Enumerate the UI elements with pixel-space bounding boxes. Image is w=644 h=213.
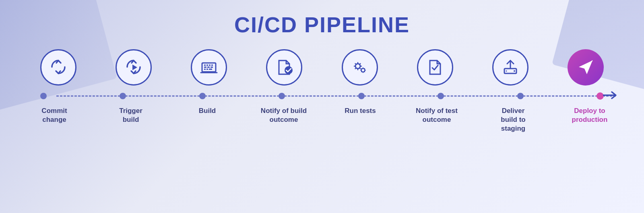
svg-rect-10	[204, 69, 206, 70]
label-run-tests: Run tests	[328, 106, 392, 115]
step-run-tests	[342, 49, 378, 86]
label-notify-build-outcome: Notify of buildoutcome	[252, 106, 316, 124]
build-icon	[199, 57, 219, 77]
commit-change-icon	[48, 57, 68, 77]
timeline-row	[16, 89, 628, 103]
label-deploy-production: Deploy toproduction	[557, 106, 622, 124]
icon-circle-commit	[40, 49, 76, 86]
dot-notify-build	[279, 93, 285, 99]
notify-build-icon	[274, 57, 294, 77]
run-tests-icon	[350, 57, 370, 77]
step-notify-test	[417, 49, 453, 86]
pipeline-area: Commitchange Triggerbuild Build Notify o…	[16, 49, 628, 133]
label-trigger-build: Triggerbuild	[99, 106, 163, 124]
svg-rect-5	[209, 65, 211, 66]
label-deliver-build-staging: Deliverbuild tostaging	[481, 106, 545, 133]
icon-circle-notify-test	[417, 49, 453, 86]
notify-test-icon	[425, 57, 445, 77]
timeline-dots	[40, 92, 604, 100]
icon-circle-run-tests	[342, 49, 378, 86]
trigger-build-icon	[124, 57, 144, 77]
labels-row: Commitchange Triggerbuild Build Notify o…	[16, 106, 628, 133]
icons-row	[16, 49, 628, 86]
page-title: CI/CD PIPELINE	[234, 12, 410, 37]
dot-commit	[40, 93, 47, 99]
label-build: Build	[175, 106, 239, 115]
step-deploy-production	[568, 49, 604, 86]
icon-circle-build	[191, 49, 227, 86]
svg-rect-7	[204, 67, 206, 68]
svg-rect-8	[207, 67, 210, 68]
svg-marker-0	[132, 65, 137, 70]
step-commit-change	[40, 49, 76, 86]
dot-build	[199, 93, 206, 99]
main-container: CI/CD PIPELINE	[0, 0, 644, 213]
svg-rect-12	[209, 69, 212, 70]
dot-trigger	[120, 93, 126, 99]
dot-deliver	[517, 93, 524, 99]
deploy-production-icon	[576, 57, 596, 77]
step-notify-build	[266, 49, 302, 86]
icon-circle-deploy	[568, 49, 604, 86]
icon-circle-notify-build	[266, 49, 302, 86]
svg-rect-6	[211, 65, 213, 66]
svg-rect-3	[204, 65, 206, 66]
svg-point-18	[514, 70, 515, 72]
dot-run-tests	[358, 93, 365, 99]
deliver-staging-icon	[500, 57, 520, 77]
step-deliver-staging	[492, 49, 528, 86]
step-build	[191, 49, 227, 86]
label-commit-change: Commitchange	[22, 106, 87, 124]
icon-circle-deliver	[492, 49, 528, 86]
svg-rect-9	[211, 67, 213, 68]
icon-circle-trigger	[116, 49, 152, 86]
dot-notify-test	[438, 93, 444, 99]
timeline-arrow	[603, 90, 619, 102]
svg-rect-11	[206, 69, 208, 70]
label-notify-test-outcome: Notify of testoutcome	[405, 106, 469, 124]
step-trigger-build	[116, 49, 152, 86]
svg-rect-4	[206, 65, 208, 66]
